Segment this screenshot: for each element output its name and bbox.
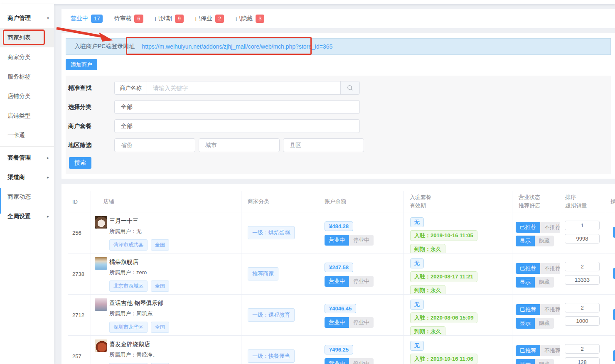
tab-operating[interactable]: 营业中 17 (71, 15, 103, 23)
scope-tag: 全国 (151, 280, 169, 292)
not-recommended-button[interactable]: 不推荐 (540, 345, 560, 356)
table-row: 2738 橘朵旗舰店 所属用户：zero 北京市西城区 全国 推荐商家 ¥247… (68, 253, 615, 295)
virtual-sales-input[interactable] (565, 357, 600, 364)
sidebar-scrollbar[interactable] (0, 188, 1, 214)
col-header-actions: 操作 (610, 198, 615, 205)
hide-button[interactable]: 隐藏 (535, 236, 554, 246)
show-button[interactable]: 显示 (516, 359, 535, 364)
keyword-type-select[interactable]: 商户名称 (115, 81, 147, 94)
sort-input[interactable] (565, 344, 600, 354)
show-button[interactable]: 显示 (516, 277, 535, 288)
package-filter-label: 商户套餐 (68, 119, 112, 133)
not-recommended-button[interactable]: 不推荐 (540, 222, 560, 233)
sidebar-item-service-tags[interactable]: 服务标签 (0, 67, 54, 86)
hide-button[interactable]: 隐藏 (535, 277, 554, 288)
not-recommended-button[interactable]: 不推荐 (540, 263, 560, 274)
virtual-sales-input[interactable] (565, 234, 600, 243)
store-owner: 所属用户：无 (109, 228, 169, 235)
keyword-search-label: 精准查找 (68, 81, 112, 95)
status-open-button[interactable]: 营业中 (325, 358, 349, 364)
status-closed-button[interactable]: 停业中 (349, 317, 374, 328)
category-select[interactable]: 全部 (114, 100, 360, 114)
status-open-button[interactable]: 营业中 (325, 317, 349, 328)
col-header-shop: 店铺 (103, 198, 241, 205)
hide-button[interactable]: 隐藏 (535, 318, 554, 329)
status-closed-button[interactable]: 停业中 (349, 358, 374, 364)
province-select[interactable]: 省份 (114, 138, 195, 152)
keyword-input-group: 商户名称 (114, 81, 360, 95)
virtual-sales-input[interactable] (565, 316, 600, 326)
merchant-id: 256 (68, 212, 91, 253)
sidebar-item-merchant-management[interactable]: 商户管理 ▾ (0, 8, 54, 28)
region-tag: 菏泽市成武县 (109, 239, 148, 251)
tab-label: 待审核 (114, 15, 131, 22)
tab-hidden[interactable]: 已隐藏 3 (235, 15, 264, 23)
tab-suspended[interactable]: 已停业 2 (195, 15, 224, 23)
sidebar-item-one-card[interactable]: 一卡通 (0, 125, 54, 145)
row-action-button[interactable] (613, 309, 615, 320)
sidebar-item-merchant-news[interactable]: 商家动态 (0, 187, 54, 207)
merchant-login-url-link[interactable]: https://m.weihuiyun.net/addons/zjhj_mall… (142, 43, 332, 50)
visibility-toggle: 显示 隐藏 (516, 318, 554, 329)
recommended-button[interactable]: 已推荐 (516, 263, 540, 274)
recommend-toggle: 已推荐 不推荐 (516, 304, 560, 315)
sidebar-item-package-management[interactable]: 套餐管理 ▸ (0, 148, 54, 167)
show-button[interactable]: 显示 (516, 236, 535, 246)
store-name: 橘朵旗舰店 (109, 258, 169, 266)
sidebar-item-merchant-category[interactable]: 商家分类 (0, 47, 54, 67)
package-tag: 无 (410, 258, 424, 268)
status-open-button[interactable]: 营业中 (325, 276, 349, 287)
package-select[interactable]: 全部 (114, 119, 360, 133)
search-button[interactable]: 搜索 (69, 157, 91, 169)
city-select[interactable]: 城市 (199, 138, 280, 152)
not-recommended-button[interactable]: 不推荐 (540, 304, 560, 315)
row-action-button[interactable] (613, 350, 615, 361)
keyword-search-button[interactable] (340, 81, 359, 94)
tab-count-badge: 2 (215, 15, 224, 23)
col-header-category: 商家分类 (248, 198, 318, 205)
sidebar-item-store-category[interactable]: 店铺分类 (0, 86, 54, 106)
balance-tag: ¥484.28 (325, 221, 353, 231)
chevron-right-icon: ▸ (47, 214, 49, 219)
sidebar-item-merchant-list[interactable]: 商家列表 (0, 28, 54, 47)
merchant-id: 2712 (68, 295, 91, 335)
recommend-toggle: 已推荐 不推荐 (516, 263, 560, 274)
merchant-id: 257 (68, 336, 91, 364)
table-row: 2712 童话吉他 钢琴俱乐部 所属用户：周凯东 深圳市龙华区 全国 一级：课程… (68, 295, 615, 336)
tab-expired[interactable]: 已过期 9 (155, 15, 184, 23)
chevron-right-icon: ▸ (47, 155, 49, 160)
hide-button[interactable]: 隐藏 (535, 359, 554, 364)
business-status-toggle: 营业中 停业中 (325, 276, 374, 287)
add-merchant-button[interactable]: 添加商户 (66, 59, 97, 70)
sidebar-item-store-type[interactable]: 店铺类型 (0, 106, 54, 125)
sort-input[interactable] (565, 303, 600, 312)
col-header-status: 推荐好店 (519, 202, 560, 209)
sort-input[interactable] (565, 262, 600, 271)
virtual-sales-input[interactable] (565, 275, 600, 285)
status-open-button[interactable]: 营业中 (325, 235, 349, 246)
show-button[interactable]: 显示 (516, 318, 535, 329)
row-action-button[interactable] (613, 268, 615, 279)
sort-input[interactable] (565, 221, 600, 230)
recommended-button[interactable]: 已推荐 (516, 345, 540, 356)
category-tag: 一级：课程教育 (248, 308, 295, 322)
visibility-toggle: 显示 隐藏 (516, 277, 554, 288)
recommend-toggle: 已推荐 不推荐 (516, 345, 560, 356)
sidebar-item-global-settings[interactable]: 全局设置 ▸ (0, 207, 54, 226)
tab-pending-review[interactable]: 待审核 6 (114, 15, 143, 23)
category-tag: 一级：烘焙蛋糕 (248, 226, 295, 239)
sidebar-item-channel-dealer[interactable]: 渠道商 ▸ (0, 167, 54, 187)
merchant-table-panel: ID 店铺 商家分类 账户余额 入驻套餐有效期 营业状态推荐好店 排序虚拟销量 … (61, 184, 615, 364)
status-closed-button[interactable]: 停业中 (349, 276, 374, 287)
merchant-login-url-label: 入驻商户PC端登录网址 (74, 43, 135, 50)
region-tag: 深圳市龙华区 (109, 322, 148, 333)
row-action-button[interactable] (613, 227, 615, 238)
recommended-button[interactable]: 已推荐 (516, 304, 540, 315)
county-select[interactable]: 县区 (283, 138, 364, 152)
sidebar-item-label: 店铺类型 (7, 112, 31, 120)
category-tag: 一级：快餐便当 (248, 349, 295, 363)
keyword-input[interactable] (147, 81, 340, 94)
store-thumbnail (95, 257, 107, 270)
status-closed-button[interactable]: 停业中 (349, 235, 374, 246)
recommended-button[interactable]: 已推荐 (516, 222, 540, 233)
